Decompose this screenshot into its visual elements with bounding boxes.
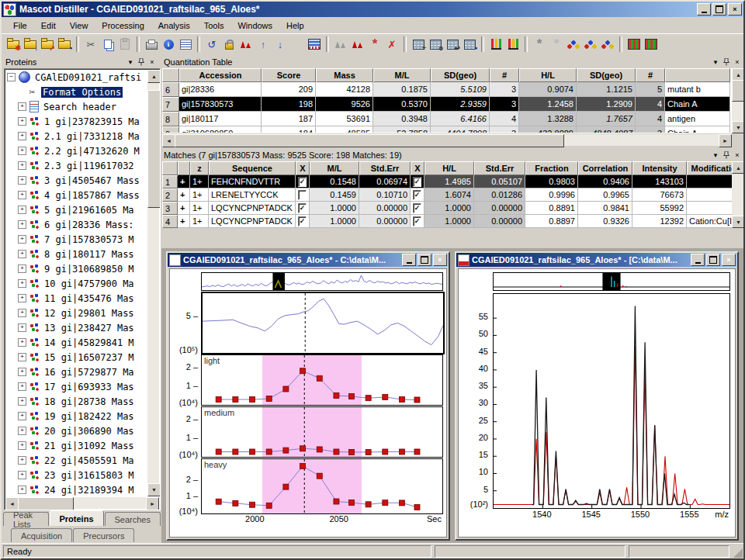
checkbox-checked-icon[interactable]: ✓ <box>413 190 421 200</box>
xic-light-chart[interactable]: light <box>201 354 443 406</box>
matches-vscrollbar[interactable]: ▲ ▼ <box>732 161 743 228</box>
expander-icon[interactable]: + <box>18 309 26 317</box>
next-peak-icon[interactable]: ↓ <box>272 36 289 52</box>
cell-mod[interactable] <box>687 202 732 215</box>
cell-seq[interactable]: LQCYNCPNPTADCK <box>209 215 296 228</box>
cell-expand[interactable]: + <box>178 215 190 228</box>
cell-hl[interactable]: 1.4985 <box>424 175 474 188</box>
paste-icon[interactable] <box>116 36 133 52</box>
column-header-H/L[interactable]: H/L <box>424 161 474 175</box>
tree-item-search-header[interactable]: +Search header <box>5 99 147 114</box>
column-header-#[interactable]: # <box>490 68 519 82</box>
peak-width-icon[interactable] <box>237 36 255 52</box>
maximize-button[interactable] <box>418 254 431 266</box>
matches-panel-header[interactable]: Matches (7 gi|157830573 Mass: 9525 Score… <box>161 149 745 161</box>
tree-item-protein[interactable]: +4 gi|1857867 Mass <box>5 188 147 202</box>
column-header-Score[interactable]: Score <box>262 68 316 82</box>
xic-overview-chart[interactable] <box>201 272 443 291</box>
expander-icon[interactable]: + <box>18 382 26 391</box>
checkbox-checked-icon[interactable]: ✓ <box>298 177 307 187</box>
cell-ml[interactable]: 0.3948 <box>373 112 431 126</box>
tree-vscroll-thumb[interactable] <box>147 90 161 208</box>
info-icon[interactable]: i <box>160 36 177 52</box>
cell-intensity[interactable]: 76673 <box>632 188 687 202</box>
cell-mod[interactable] <box>687 188 732 202</box>
expander-icon[interactable]: + <box>18 323 26 332</box>
scroll-up-icon[interactable]: ▲ <box>147 70 161 83</box>
expander-icon[interactable]: + <box>18 471 26 479</box>
resize-grip[interactable] <box>733 548 743 558</box>
expander-icon[interactable]: − <box>7 73 16 81</box>
cell-score[interactable]: 198 <box>262 97 316 112</box>
xic-main-chart[interactable] <box>201 292 445 354</box>
expander-icon[interactable]: + <box>18 279 26 288</box>
tree-item-protein[interactable]: +5 gi|21961605 Ma <box>5 202 147 217</box>
cell-ml[interactable]: 0.1875 <box>373 82 431 97</box>
format-options-icon[interactable] <box>177 36 194 52</box>
expander-icon[interactable]: + <box>18 220 26 229</box>
close-icon[interactable]: × <box>147 57 158 67</box>
tree-item-protein[interactable]: +2.2 gi|47132620 M <box>5 143 147 158</box>
tree-item-protein[interactable]: +16 gi|5729877 Ma <box>5 365 147 379</box>
tree-hscroll-thumb[interactable] <box>18 497 74 510</box>
cell-ml[interactable]: 0.1459 <box>310 188 359 202</box>
pin-icon[interactable] <box>136 57 147 67</box>
tab-acquisition[interactable]: Acquisition <box>11 528 72 542</box>
copy-icon[interactable] <box>99 36 116 52</box>
cell-fraction[interactable]: 0.8897 <box>525 215 578 228</box>
expander-icon[interactable]: + <box>18 353 26 361</box>
expander-icon[interactable]: + <box>18 147 26 155</box>
spectrum-overview-chart[interactable] <box>493 272 730 291</box>
cell-correlation[interactable]: 0.9965 <box>578 188 632 202</box>
chevron-down-icon[interactable]: ▾ <box>710 57 721 67</box>
open-project-icon[interactable]: ↗ <box>39 36 56 52</box>
cell-ml_sd[interactable]: 6.4166 <box>431 112 490 126</box>
quant-matrix-2-icon[interactable] <box>643 36 660 52</box>
cell-mass[interactable]: 48585 <box>316 126 373 133</box>
menu-analysis[interactable]: Analysis <box>151 19 197 32</box>
cell-hl_n[interactable]: 3 <box>636 126 665 133</box>
scroll-down-icon[interactable]: ▼ <box>732 216 745 228</box>
expander-icon[interactable]: + <box>18 206 26 214</box>
cell-fraction[interactable]: 0.8891 <box>525 202 578 215</box>
cell-expand[interactable]: + <box>178 202 190 215</box>
cell-ml[interactable]: 0.1548 <box>310 175 359 188</box>
cell-x2[interactable]: ✓ <box>411 188 424 202</box>
pin-icon[interactable] <box>721 150 732 161</box>
cell-intensity[interactable]: 55992 <box>632 202 687 215</box>
column-header-Fraction[interactable]: Fraction <box>525 161 578 175</box>
tree-item-protein[interactable]: +3 gi|4505467 Mass <box>5 173 147 188</box>
peak-pair-icon[interactable] <box>332 36 349 52</box>
cell-correlation[interactable]: 0.9326 <box>578 215 632 228</box>
table-row[interactable]: 1+1+FEHCNFNDVTTR✓0.15480.06974✓1.49850.0… <box>162 175 732 188</box>
scroll-up-icon[interactable]: ▲ <box>732 161 745 174</box>
xy-check-icon[interactable]: ✗ <box>383 36 400 52</box>
cell-accession[interactable]: gi|180117 <box>179 112 262 126</box>
cell-num[interactable]: 9 <box>162 126 179 133</box>
column-header-Correlation[interactable]: Correlation <box>578 161 632 175</box>
close-icon[interactable]: × <box>732 150 743 161</box>
quant-save-icon[interactable]: ▪ <box>461 36 478 52</box>
column-header-SD(geo)[interactable]: SD(geo) <box>577 68 636 82</box>
tab-searches[interactable]: Searches <box>105 512 161 526</box>
column-header-blank[interactable] <box>178 161 190 175</box>
expander-icon[interactable]: + <box>18 338 26 347</box>
cell-ml_sd[interactable]: 2.9359 <box>431 97 490 112</box>
column-header-H/L[interactable]: H/L <box>519 68 577 82</box>
cell-num[interactable]: 4 <box>162 215 178 228</box>
cell-mod[interactable]: Cation:Cu[I] ... <box>687 215 732 228</box>
cell-z[interactable]: 1+ <box>190 202 209 215</box>
checkbox-checked-icon[interactable]: ✓ <box>413 177 421 187</box>
xic-heavy-chart[interactable]: heavy <box>201 458 443 514</box>
scroll-right-icon[interactable]: ► <box>146 497 159 510</box>
scroll-up-icon[interactable]: ▲ <box>732 68 745 81</box>
spectrum-table-icon[interactable] <box>306 36 323 52</box>
cell-seq[interactable]: LRENELTYYCCK <box>209 188 296 202</box>
cell-hl_err[interactable]: 0.05107 <box>474 175 525 188</box>
cell-mod[interactable] <box>687 175 732 188</box>
menu-view[interactable]: View <box>63 19 95 32</box>
expander-icon[interactable]: + <box>18 264 26 273</box>
column-header-M/L[interactable]: M/L <box>310 161 359 175</box>
cell-expand[interactable]: + <box>178 175 190 188</box>
save-project-icon[interactable]: ▪ <box>56 36 73 52</box>
